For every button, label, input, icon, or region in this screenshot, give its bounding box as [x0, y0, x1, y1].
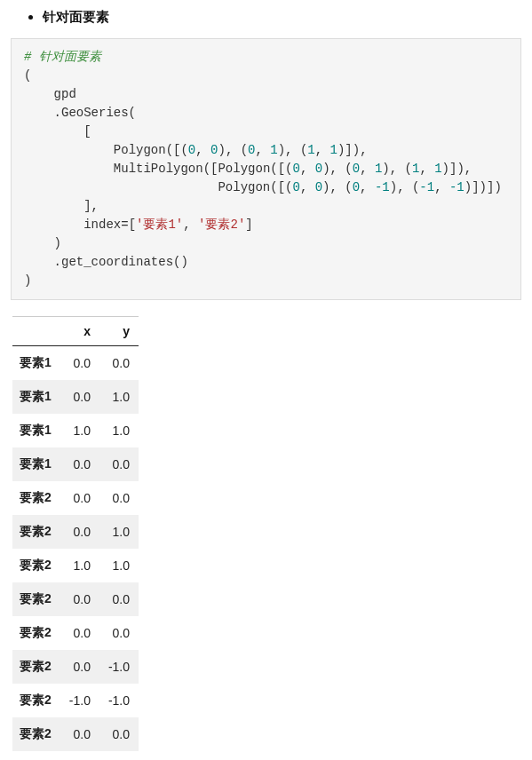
- table-cell-y: 0.0: [99, 346, 139, 381]
- bullet-item: 针对面要素: [43, 9, 521, 26]
- table-cell-x: 0.0: [60, 515, 99, 549]
- table-cell-y: 0.0: [99, 616, 139, 650]
- bullet-list: 针对面要素: [11, 9, 521, 26]
- table-header-y: y: [99, 317, 139, 346]
- code-num: 0: [353, 180, 360, 194]
- table-cell-y: 0.0: [99, 481, 139, 515]
- code-num: -1: [375, 180, 390, 194]
- table-row: 要素10.00.0: [12, 447, 139, 481]
- code-block: # 针对面要素 ( gpd .GeoSeries( [ Polygon([(0,…: [11, 38, 521, 300]
- code-num: 1: [434, 162, 441, 176]
- table-cell-y: 1.0: [99, 515, 139, 549]
- code-num: 0: [188, 143, 195, 157]
- table-row: 要素11.01.0: [12, 414, 139, 447]
- table-cell-index: 要素1: [12, 346, 60, 381]
- table-row: 要素20.01.0: [12, 515, 139, 549]
- code-token-getcoords: .get_coordinates(): [54, 255, 188, 269]
- table-cell-index: 要素2: [12, 549, 60, 582]
- table-cell-y: -1.0: [99, 650, 139, 684]
- table-cell-index: 要素2: [12, 684, 60, 717]
- table-cell-x: 1.0: [60, 549, 99, 582]
- table-row: 要素10.01.0: [12, 380, 139, 414]
- code-num: 0: [210, 143, 218, 157]
- table-cell-x: 0.0: [60, 616, 99, 650]
- table-header-row: x y: [12, 317, 139, 346]
- code-num: 0: [292, 180, 299, 194]
- code-str: '要素2': [198, 218, 245, 232]
- code-num: 1: [412, 162, 419, 176]
- code-token-multipolygon: MultiPolygon: [114, 162, 203, 176]
- table-cell-x: 1.0: [60, 414, 99, 447]
- table-cell-y: 1.0: [99, 414, 139, 447]
- code-token-polygon: Polygon: [114, 143, 166, 157]
- table-cell-y: -1.0: [99, 684, 139, 717]
- table-cell-index: 要素1: [12, 380, 60, 414]
- table-cell-index: 要素2: [12, 717, 60, 751]
- code-num: 0: [248, 143, 255, 157]
- table-cell-x: 0.0: [60, 582, 99, 616]
- table-row: 要素20.00.0: [12, 717, 139, 751]
- table-cell-y: 1.0: [99, 380, 139, 414]
- table-body: 要素10.00.0要素10.01.0要素11.01.0要素10.00.0要素20…: [12, 346, 139, 752]
- table-cell-x: 0.0: [60, 447, 99, 481]
- code-token-index: index: [83, 218, 121, 232]
- code-num: -1: [419, 180, 434, 194]
- table-cell-x: -1.0: [60, 684, 99, 717]
- table-cell-index: 要素2: [12, 650, 60, 684]
- output-table: x y 要素10.00.0要素10.01.0要素11.01.0要素10.00.0…: [12, 316, 139, 751]
- code-token-polygon: Polygon: [218, 162, 270, 176]
- table-cell-y: 0.0: [99, 582, 139, 616]
- code-comment: # 针对面要素: [24, 50, 101, 64]
- table-cell-index: 要素1: [12, 447, 60, 481]
- code-num: 1: [307, 143, 314, 157]
- code-num: 0: [293, 162, 300, 176]
- table-cell-index: 要素2: [12, 481, 60, 515]
- table-row: 要素20.00.0: [12, 582, 139, 616]
- table-cell-y: 0.0: [99, 447, 139, 481]
- code-token-polygon: Polygon: [218, 180, 270, 194]
- code-num: -1: [449, 180, 465, 194]
- table-row: 要素21.01.0: [12, 549, 139, 582]
- code-num: 1: [270, 143, 277, 157]
- table-cell-y: 0.0: [99, 717, 139, 751]
- table-cell-y: 1.0: [99, 549, 139, 582]
- table-row: 要素20.0-1.0: [12, 650, 139, 684]
- table-cell-index: 要素1: [12, 414, 60, 447]
- code-num: 0: [315, 162, 322, 176]
- code-token-gpd: gpd: [54, 87, 76, 101]
- code-num: 0: [353, 162, 360, 176]
- table-cell-x: 0.0: [60, 481, 99, 515]
- code-num: 1: [375, 162, 382, 176]
- table-cell-index: 要素2: [12, 616, 60, 650]
- code-num: 1: [330, 143, 337, 157]
- code-num: 0: [315, 180, 322, 194]
- table-header-index: [12, 317, 60, 346]
- table-row: 要素20.00.0: [12, 616, 139, 650]
- table-cell-x: 0.0: [60, 717, 99, 751]
- table-cell-x: 0.0: [60, 346, 99, 381]
- table-row: 要素2-1.0-1.0: [12, 684, 139, 717]
- code-str: '要素1': [136, 218, 183, 232]
- table-header-x: x: [60, 317, 99, 346]
- table-cell-x: 0.0: [60, 380, 99, 414]
- code-token-geoseries: .GeoSeries(: [54, 106, 136, 120]
- table-row: 要素10.00.0: [12, 346, 139, 381]
- table-cell-x: 0.0: [60, 650, 99, 684]
- table-cell-index: 要素2: [12, 515, 60, 549]
- table-row: 要素20.00.0: [12, 481, 139, 515]
- table-cell-index: 要素2: [12, 582, 60, 616]
